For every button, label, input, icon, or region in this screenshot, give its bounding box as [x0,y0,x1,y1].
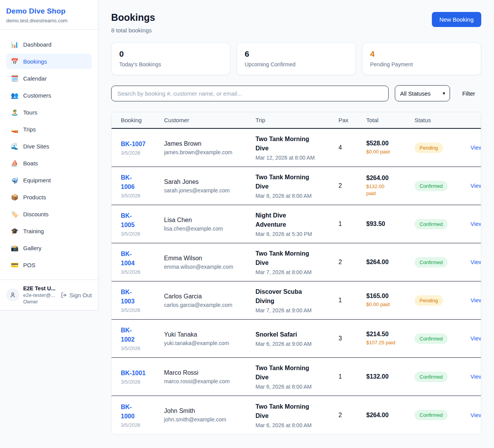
sailboat-icon: ⛵ [11,160,19,167]
table-row: BK-1000 3/5/2026 John Smith john.smith@e… [112,396,481,434]
customer-cell: John Smith john.smith@example.com [164,408,255,423]
bookings-calendar-icon: 📅 [11,58,19,65]
trip-name: Two Tank Morning Dive [255,364,318,382]
booking-number-link[interactable]: BK-1002 [121,326,142,344]
sidebar-nav: 📊Dashboard 📅Bookings 🗓️Calendar 👥Custome… [0,30,98,280]
sidebar-item-customers[interactable]: 👥Customers [6,88,92,103]
main-content: Bookings 8 total bookings New Booking 0 … [111,0,481,435]
total-cell: $214.50 $107.25 paid [366,331,414,346]
col-header-status: Status [414,117,461,123]
booking-number-link[interactable]: BK-1005 [121,211,142,230]
view-link[interactable]: View [461,373,481,380]
filter-button[interactable]: Filter [462,90,475,97]
dashboard-icon: 📊 [11,41,19,48]
customer-email: lisa.chen@example.com [164,226,255,232]
trip-datetime: Mar 12, 2026 at 8:00 AM [255,155,338,161]
booking-cell: BK-1006 3/5/2026 [121,173,164,199]
col-header-customer: Customer [164,117,255,123]
table-row: BK-1003 3/5/2026 Carlos Garcia carlos.ga… [112,281,481,320]
user-email: e2e-tester@... [23,292,57,298]
booking-cell: BK-1003 3/5/2026 [121,288,164,313]
trip-name: Snorkel Safari [255,330,318,339]
booking-date: 3/5/2026 [121,150,164,156]
view-link[interactable]: View [461,221,481,227]
avatar [6,288,19,301]
user-meta: E2E Test U... e2e-tester@... Owner [23,285,57,305]
sign-out-button[interactable]: Sign Out [61,292,92,298]
status-badge: Confirmed [414,372,448,382]
sidebar-item-pos[interactable]: 💳POS [6,257,92,273]
stat-card-pending-payment: 4 Pending Payment [362,42,481,75]
booking-date: 3/5/2026 [121,231,164,237]
trip-name: Two Tank Morning Dive [255,249,318,268]
trip-datetime: Mar 6, 2026 at 9:00 AM [255,341,338,347]
view-link[interactable]: View [461,144,481,151]
actions-cell: View [461,297,481,304]
new-booking-button[interactable]: New Booking [432,12,481,27]
sidebar-item-label: Customers [23,92,51,99]
sidebar-item-equipment[interactable]: 🤿Equipment [6,172,92,188]
booking-number-link[interactable]: BK-1004 [121,249,142,268]
sidebar-item-gallery[interactable]: 📸Gallery [6,240,92,256]
booking-cell: BK-1002 3/5/2026 [121,326,164,351]
graduation-cap-icon: 🎓 [11,227,19,235]
customer-name: Yuki Tanaka [164,331,255,338]
table-row: BK-1007 3/5/2026 James Brown james.brown… [112,129,481,167]
dive-mask-icon: 🤿 [11,177,19,184]
tag-icon: 🏷️ [11,211,19,218]
booking-number-link[interactable]: BK-1001 [121,369,145,378]
customer-name: Emma Wilson [164,255,255,262]
sidebar-item-dashboard[interactable]: 📊Dashboard [6,37,92,52]
sidebar-item-label: Gallery [23,245,42,251]
sidebar-item-dive-sites[interactable]: 🌊Dive Sites [6,138,92,154]
sidebar-item-products[interactable]: 📦Products [6,189,92,205]
customer-cell: Yuki Tanaka yuki.tanaka@example.com [164,331,255,346]
customer-name: James Brown [164,140,255,147]
view-link[interactable]: View [461,412,481,418]
table-row: BK-1001 3/5/2026 Marco Rossi marco.rossi… [112,358,481,396]
view-link[interactable]: View [461,335,481,342]
trip-cell: Two Tank Morning Dive Mar 6, 2026 at 8:0… [255,402,338,428]
pax-count: 3 [338,335,366,342]
sidebar-item-bookings[interactable]: 📅Bookings [6,54,92,69]
sidebar-item-discounts[interactable]: 🏷️Discounts [6,206,92,222]
trip-datetime: Mar 7, 2026 at 8:00 AM [255,269,338,275]
status-cell: Confirmed [414,219,461,229]
person-icon [9,291,16,298]
sidebar-item-boats[interactable]: ⛵Boats [6,155,92,171]
credit-card-icon: 💳 [11,261,19,269]
sidebar-item-label: Dive Sites [23,143,49,150]
sidebar-item-label: POS [23,262,36,268]
sidebar-item-calendar[interactable]: 🗓️Calendar [6,71,92,86]
status-badge: Confirmed [414,219,448,229]
status-badge: Pending [414,143,443,153]
total-cell: $93.50 [366,221,414,227]
booking-number-link[interactable]: BK-1000 [121,403,142,421]
sidebar-item-label: Bookings [23,58,47,65]
booking-number-link[interactable]: BK-1003 [121,288,142,306]
sidebar-item-label: Dashboard [23,41,51,48]
filter-bar: All Statuses ▼ Filter [111,85,481,101]
customer-name: Carlos Garcia [164,293,255,300]
sidebar-item-tours[interactable]: 🏝️Tours [6,104,92,120]
sidebar-item-training[interactable]: 🎓Training [6,223,92,239]
sidebar-item-trips[interactable]: 🚤Trips [6,121,92,137]
total-amount: $528.00 [366,140,414,147]
customer-cell: Sarah Jones sarah.jones@example.com [164,179,255,194]
booking-cell: BK-1005 3/5/2026 [121,211,164,237]
booking-number-link[interactable]: BK-1006 [121,173,142,192]
view-link[interactable]: View [461,259,481,265]
sidebar-user-panel: E2E Test U... e2e-tester@... Owner Sign … [0,280,98,310]
sidebar-item-label: Boats [23,160,38,167]
view-link[interactable]: View [461,297,481,303]
booking-number-link[interactable]: BK-1007 [121,140,145,149]
view-link[interactable]: View [461,182,481,189]
booking-date: 3/5/2026 [121,345,164,351]
customer-name: Sarah Jones [164,179,255,185]
sidebar-item-label: Calendar [23,75,47,82]
table-row: BK-1006 3/5/2026 Sarah Jones sarah.jones… [112,167,481,205]
total-amount: $132.00 [366,373,414,380]
search-input[interactable] [111,86,389,101]
status-filter-select[interactable]: All Statuses [395,85,450,101]
customer-cell: Carlos Garcia carlos.garcia@example.com [164,293,255,308]
